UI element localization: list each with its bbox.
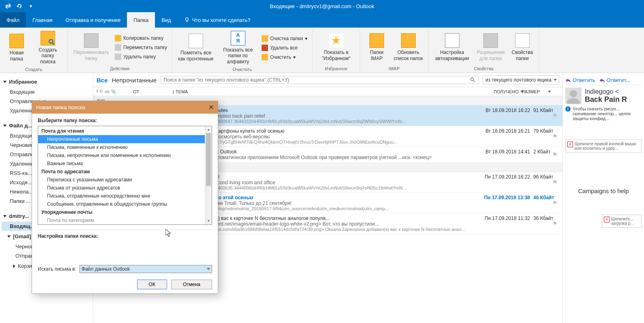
lb-group-reading: Почта для чтения: [38, 127, 205, 135]
filter-all[interactable]: Все: [97, 77, 108, 84]
new-search-folder-button[interactable]: Создать папку поиска: [32, 29, 64, 66]
flag-icon[interactable]: ⚑: [552, 179, 558, 185]
star-icon: ★: [329, 33, 343, 48]
flag-icon[interactable]: ⚑: [552, 200, 558, 206]
delete-icon: [115, 54, 121, 60]
group-create: Создать: [3, 66, 64, 73]
tab-view[interactable]: Вид: [155, 12, 178, 28]
sort-az-icon: АЯ: [231, 31, 245, 45]
reply-all-button[interactable]: Ответит...: [599, 77, 630, 83]
col-subject[interactable]: |ТЕМА: [170, 89, 465, 94]
col-size[interactable]: РАЗМЕР: [522, 89, 551, 94]
search-scope-dropdown[interactable]: из текущего почтового ящика: [483, 75, 559, 84]
tell-me[interactable]: Что вы хотите сделать?: [178, 12, 257, 28]
tab-folder[interactable]: Папка: [127, 12, 155, 28]
new-search-folder-dialog: Новая папка поиска ✕ Выберите папку поис…: [32, 101, 218, 294]
attachment-col-icon[interactable]: 📎: [111, 89, 116, 94]
lb-item-from[interactable]: Письма от указанных адресатов: [38, 184, 205, 192]
new-folder-button[interactable]: Новая папка: [3, 32, 30, 63]
clean-folder-button[interactable]: Очистка папки ▾: [260, 34, 309, 43]
lb-item-unread[interactable]: Непрочтенные письма: [38, 135, 205, 143]
lb-group-people: Почта по адресатам: [38, 168, 205, 176]
people-icon: [483, 33, 498, 48]
lb-item-unread-or-flagged[interactable]: Письма, непрочтенные или помеченные к ис…: [38, 151, 205, 159]
reply-button[interactable]: Ответить: [565, 77, 595, 83]
importance-col-icon[interactable]: !: [97, 89, 98, 94]
lb-item-public-groups[interactable]: Сообщения, отправленные в общедоступные …: [38, 200, 205, 208]
folder-icon: [9, 34, 24, 48]
move-icon: [115, 44, 121, 51]
customize-label: Настройка папки поиска:: [38, 233, 212, 239]
customize-qat-icon[interactable]: ▾: [27, 2, 35, 10]
lb-item-categories[interactable]: Почта по категориям: [38, 216, 205, 224]
body-text: Campaigns to help: [565, 181, 642, 194]
col-received[interactable]: ПОЛУЧЕНО: [465, 89, 522, 94]
scroll-up-icon[interactable]: ▴: [205, 126, 212, 133]
search-box[interactable]: [161, 76, 479, 84]
sender-name: Indiegogo <: [585, 88, 627, 95]
svg-point-2: [471, 78, 474, 81]
window-title: Входящие - dmitrycv1@gmail.com - Outlook: [270, 3, 374, 9]
search-in-combo[interactable]: Файл данных Outlook: [79, 265, 212, 273]
tab-send-receive[interactable]: Отправка и получение: [59, 12, 127, 28]
listbox-scrollbar[interactable]: ▴ ▾: [205, 126, 212, 224]
show-favorites-button[interactable]: ★Показать в "Избранном": [316, 32, 356, 63]
cancel-button[interactable]: Отмена: [171, 280, 212, 289]
flag-icon[interactable]: ⚑: [552, 133, 558, 140]
image-placeholder[interactable]: Щелкните правой кнопкой мыши или косните…: [565, 140, 642, 153]
icon-col-icon[interactable]: ▭: [105, 89, 109, 94]
tab-home[interactable]: Главная: [26, 12, 59, 28]
lb-item-direct[interactable]: Письма, отправленные непосредственно мне: [38, 192, 205, 200]
search-icon[interactable]: [470, 77, 476, 83]
tab-file[interactable]: Файл: [0, 12, 26, 28]
scroll-thumb[interactable]: [206, 133, 211, 186]
nav-favorites[interactable]: Избранное: [2, 76, 91, 87]
update-folder-list-button[interactable]: Обновить список папок: [392, 32, 425, 63]
column-headers: ! ⚐ ▭ 📎 ОТ |ТЕМА ПОЛУЧЕНО РАЗМЕР: [93, 87, 562, 96]
show-az-button[interactable]: АЯПоказать все папки по алфавиту: [218, 29, 258, 66]
autoarchive-button[interactable]: Настройка автоархивации: [432, 32, 472, 63]
scroll-down-icon[interactable]: ▾: [205, 217, 212, 224]
ribbon-tabs: Файл Главная Отправка и получение Папка …: [0, 12, 644, 28]
flag-icon[interactable]: ⚑: [552, 112, 558, 119]
delete-all-button[interactable]: Удалить все: [260, 44, 309, 52]
flag-icon[interactable]: ⚑: [552, 151, 558, 158]
undo-qat-icon[interactable]: [15, 2, 24, 10]
select-folder-label: Выберите папку поиска:: [38, 118, 212, 123]
ok-button[interactable]: ОК: [137, 280, 167, 289]
filter-unread[interactable]: Непрочитанные: [112, 77, 157, 84]
archive-icon: [445, 33, 459, 48]
lb-item-conversations[interactable]: Переписка с указанными адресатами: [38, 176, 205, 184]
clean-button[interactable]: Очистить ▾: [260, 53, 309, 61]
group-favorites: Избранное: [316, 65, 356, 72]
send-receive-qat-icon[interactable]: [4, 2, 12, 10]
delete-folder-button: Удалить папку: [113, 53, 169, 61]
dialog-title: Новая папка поиска: [36, 104, 85, 110]
mark-all-read-button[interactable]: Пометить все как прочтенные: [176, 32, 216, 63]
clean-icon: [262, 54, 268, 60]
imap-folders-button[interactable]: Папки IMAP: [363, 32, 390, 63]
nav-item-inbox-fav[interactable]: Входящие: [2, 87, 91, 97]
folder-properties-button[interactable]: Свойства папки: [509, 32, 536, 63]
search-folder-listbox[interactable]: Почта для чтения Непрочтенные письма Пис…: [38, 126, 212, 225]
svg-point-1: [49, 39, 53, 43]
copy-folder-button[interactable]: Копировать папку: [113, 34, 169, 42]
search-folder-icon: [41, 31, 55, 45]
group-properties: Свойства: [432, 65, 536, 72]
col-from[interactable]: ОТ: [133, 89, 170, 94]
reading-subject: Back Pain R: [585, 95, 627, 104]
lb-item-flagged[interactable]: Письма, помеченные к исполнению: [38, 143, 205, 151]
envelope-icon: [189, 34, 203, 48]
titlebar: ▾ Входящие - dmitrycv1@gmail.com - Outlo…: [0, 0, 644, 12]
close-icon[interactable]: ✕: [208, 103, 214, 111]
refresh-list-icon: [401, 33, 416, 48]
move-folder-button: Переместить папку: [113, 43, 169, 52]
download-images-banner[interactable]: Чтобы скачать рисун... скачивание некото…: [565, 104, 642, 123]
image-placeholder[interactable]: Щелкните... загрузка р...: [602, 215, 642, 228]
imap-icon: [369, 33, 384, 48]
search-input[interactable]: [163, 77, 470, 83]
reminder-col-icon[interactable]: ⚐: [99, 89, 103, 94]
copy-icon: [115, 35, 121, 41]
flag-icon[interactable]: ⚑: [552, 220, 558, 227]
lb-item-important[interactable]: Важные письма: [38, 159, 205, 168]
